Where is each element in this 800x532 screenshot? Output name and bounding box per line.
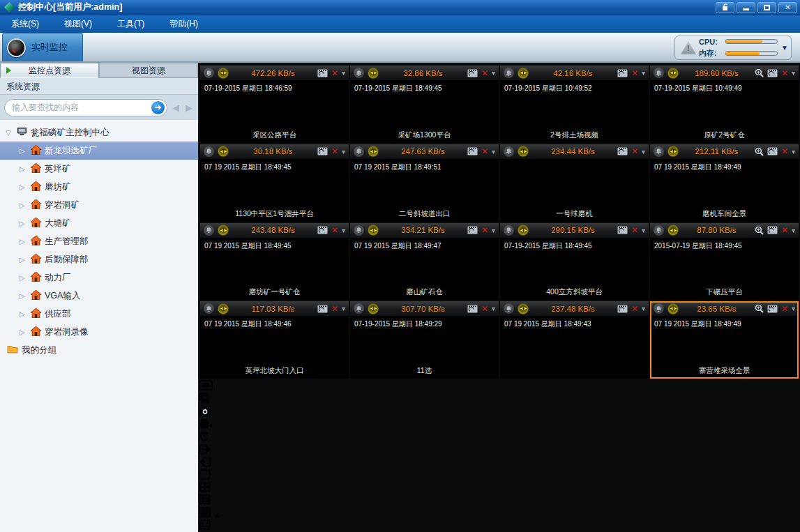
alarm-bell-icon[interactable] [204, 146, 214, 157]
tree-item-2[interactable]: ▷磨坊矿 [0, 178, 198, 196]
digital-zoom-icon[interactable] [755, 226, 764, 235]
ptz-control-icon[interactable] [667, 303, 679, 314]
close-video-icon[interactable]: ✕ [331, 225, 338, 235]
close-video-icon[interactable]: ✕ [781, 68, 788, 78]
alarm-bell-icon[interactable] [204, 303, 214, 314]
alarm-bell-icon[interactable] [354, 225, 364, 236]
tree-item-0[interactable]: ▷新龙坝选矿厂 [0, 142, 198, 160]
record-icon[interactable] [767, 226, 778, 234]
alarm-bell-icon[interactable] [654, 303, 664, 314]
minimize-button[interactable] [737, 2, 755, 13]
menu-system[interactable]: 系统(S) [11, 18, 39, 30]
video-feed[interactable]: 一号球磨机 [500, 160, 649, 222]
record-icon[interactable] [767, 147, 778, 155]
layout-16-button[interactable]: ▲ [199, 507, 229, 519]
close-button[interactable]: ✕ [778, 2, 797, 13]
expand-arrow-icon[interactable]: ▷ [20, 165, 27, 173]
video-cell-2[interactable]: 42.16 KB/s✕▾07-19-2015 星期日 10:49:522号排土场… [500, 66, 649, 143]
digital-zoom-icon[interactable] [755, 304, 764, 313]
video-feed[interactable]: 07 19 2015 星期日 18:49:451130中平区1号溜井平台 [200, 160, 349, 222]
video-cell-11[interactable]: 87.80 KB/s✕▾2015-07-19 星期日 18:49:45下碾压平台 [650, 223, 799, 301]
record-icon[interactable] [617, 226, 628, 234]
dropdown-caret-icon[interactable]: ▾ [792, 227, 795, 234]
maximize-button[interactable] [757, 2, 776, 13]
alarm-bell-icon[interactable] [204, 225, 214, 236]
collapse-arrow-icon[interactable]: ▽ [6, 129, 13, 137]
ptz-control-icon[interactable] [218, 225, 229, 236]
tab-live-monitoring[interactable]: 实时监控 [2, 33, 83, 61]
alarm-bell-icon[interactable] [204, 68, 214, 78]
snapshot-button[interactable] [199, 406, 800, 418]
tree-item-4[interactable]: ▷大塘矿 [0, 214, 198, 232]
ptz-control-icon[interactable] [218, 68, 229, 79]
record-icon[interactable] [617, 305, 628, 313]
video-cell-7[interactable]: 212.11 KB/s✕▾07 19 2015 星期日 18:49:49磨机车间… [650, 144, 799, 222]
record-icon[interactable] [767, 305, 778, 313]
video-cell-15[interactable]: 23.65 KB/s✕▾07 19 2015 星期日 18:49:49寨营堆采场… [650, 301, 799, 379]
alarm-bell-icon[interactable] [354, 146, 364, 157]
menu-view[interactable]: 视图(V) [64, 18, 92, 30]
close-all-videos-button[interactable] [199, 393, 800, 406]
tree-item-8[interactable]: ▷VGA输入 [0, 287, 198, 305]
ptz-control-icon[interactable] [518, 225, 529, 236]
dropdown-caret-icon[interactable]: ▾ [642, 305, 645, 312]
video-cell-9[interactable]: 334.21 KB/s✕▾07 19 2015 星期日 18:49:47磨山矿石… [350, 223, 499, 301]
video-feed[interactable]: 07-19-2015 星期日 18:49:45400立方斜坡平台 [500, 238, 649, 301]
alarm-bell-icon[interactable] [504, 303, 514, 314]
close-video-icon[interactable]: ✕ [481, 146, 488, 156]
video-feed[interactable]: 07 19 2015 星期日 18:49:45磨坊矿一号矿仓 [200, 238, 349, 301]
dropdown-caret-icon[interactable]: ▾ [492, 305, 495, 312]
expand-arrow-icon[interactable]: ▷ [20, 328, 27, 336]
layout-options-caret-icon[interactable]: ▲ [213, 510, 221, 519]
close-video-icon[interactable]: ✕ [481, 225, 488, 235]
record-icon[interactable] [317, 305, 328, 313]
tree-item-1[interactable]: ▷英坪矿 [0, 160, 198, 178]
expand-arrow-icon[interactable]: ▷ [20, 183, 27, 191]
expand-arrow-icon[interactable]: ▷ [20, 256, 27, 264]
video-cell-4[interactable]: 30.18 KB/s✕▾07 19 2015 星期日 18:49:451130中… [200, 144, 349, 222]
alarm-bell-icon[interactable] [654, 146, 664, 157]
dropdown-caret-icon[interactable]: ▾ [342, 148, 345, 155]
ptz-control-icon[interactable] [368, 303, 379, 314]
dropdown-caret-icon[interactable]: ▾ [492, 227, 495, 234]
ptz-control-icon[interactable] [218, 303, 229, 314]
ptz-control-icon[interactable] [667, 146, 679, 157]
alarm-bell-icon[interactable] [654, 225, 664, 236]
chevron-down-icon[interactable]: ▼ [781, 44, 788, 52]
video-cell-10[interactable]: 290.15 KB/s✕▾07-19-2015 星期日 18:49:45400立… [500, 223, 649, 301]
video-feed[interactable]: 07 19 2015 星期日 18:49:47磨山矿石仓 [350, 238, 499, 301]
dropdown-caret-icon[interactable]: ▾ [342, 305, 345, 312]
video-feed[interactable]: 07 19 2015 星期日 18:49:46英坪北坡大门入口 [200, 317, 349, 379]
tree-item-7[interactable]: ▷动力厂 [0, 268, 198, 287]
record-video-button[interactable] [199, 418, 800, 431]
dropdown-caret-icon[interactable]: ▾ [642, 227, 645, 234]
video-cell-3[interactable]: 189.60 KB/s✕▾07-19-2015 星期日 10:49:49原矿2号… [650, 66, 799, 143]
record-icon[interactable] [317, 69, 328, 77]
digital-zoom-icon[interactable] [755, 68, 764, 77]
close-video-icon[interactable]: ✕ [631, 146, 638, 156]
next-result-icon[interactable]: ▶ [184, 102, 194, 113]
dropdown-caret-icon[interactable]: ▾ [792, 148, 795, 155]
close-video-icon[interactable]: ✕ [781, 225, 788, 235]
video-feed[interactable]: 07 19 2015 星期日 18:49:49寨营堆采场全景 [650, 317, 799, 379]
ptz-control-icon[interactable] [218, 146, 229, 157]
record-icon[interactable] [617, 147, 628, 155]
tree-item-5[interactable]: ▷生产管理部 [0, 232, 198, 250]
expand-arrow-icon[interactable]: ▷ [20, 238, 27, 245]
video-cell-6[interactable]: 234.44 KB/s✕▾一号球磨机 [500, 144, 649, 222]
alarm-bell-icon[interactable] [504, 146, 514, 157]
alarm-bell-icon[interactable] [504, 225, 514, 236]
dropdown-caret-icon[interactable]: ▾ [792, 305, 795, 312]
menu-help[interactable]: 帮助(H) [169, 18, 198, 30]
video-feed[interactable]: 07-19-2015 星期日 18:46:59采区公路平台 [200, 81, 349, 143]
tab-monitor-point-resources[interactable]: 监控点资源 [0, 63, 99, 78]
dropdown-caret-icon[interactable]: ▾ [492, 148, 495, 155]
video-feed[interactable]: 07 19 2015 星期日 18:49:43 [500, 317, 649, 379]
dropdown-caret-icon[interactable]: ▾ [642, 148, 645, 155]
close-video-icon[interactable]: ✕ [631, 68, 638, 78]
record-icon[interactable] [767, 69, 778, 77]
expand-arrow-icon[interactable]: ▷ [20, 220, 27, 227]
ptz-control-icon[interactable] [667, 68, 679, 79]
close-video-icon[interactable]: ✕ [631, 304, 638, 314]
tree-item-10[interactable]: ▷穿岩洞录像 [0, 323, 198, 341]
